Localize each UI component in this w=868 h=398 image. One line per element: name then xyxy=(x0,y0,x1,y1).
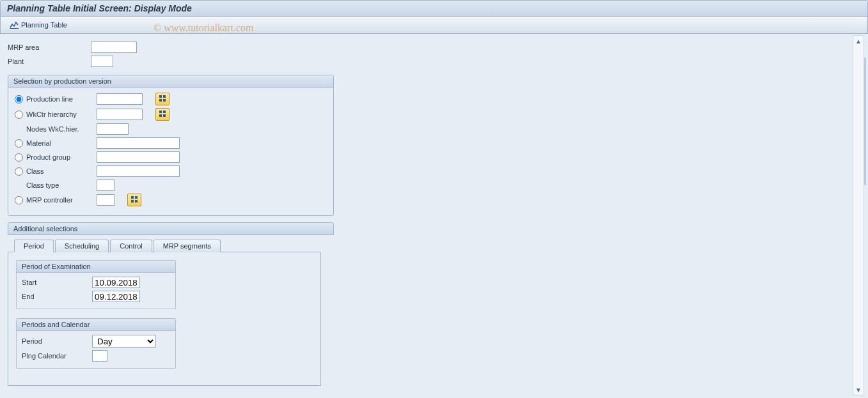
plant-label: Plant xyxy=(8,57,91,65)
class-type-label: Class type xyxy=(26,181,97,189)
mrp-controller-label: MRP controller xyxy=(26,196,97,204)
periods-calendar-title: Periods and Calendar xyxy=(17,319,175,331)
class-label: Class xyxy=(26,167,97,175)
svg-rect-3 xyxy=(159,99,162,102)
svg-rect-12 xyxy=(135,200,138,203)
wkctr-hierarchy-label: WkCtr hierarchy xyxy=(26,111,97,118)
multi-select-icon xyxy=(130,195,138,204)
nodes-wkchier-input[interactable] xyxy=(97,123,129,135)
svg-rect-7 xyxy=(159,114,162,117)
class-row: Class xyxy=(15,165,327,177)
material-radio[interactable] xyxy=(15,139,23,148)
svg-rect-1 xyxy=(159,95,162,98)
material-row: Material xyxy=(15,137,327,149)
production-line-radio[interactable] xyxy=(15,95,23,103)
svg-rect-8 xyxy=(163,114,166,117)
mini-scrollbar[interactable] xyxy=(864,48,866,385)
svg-rect-6 xyxy=(163,111,166,113)
wkctr-hierarchy-input[interactable] xyxy=(97,109,143,120)
mrp-controller-radio[interactable] xyxy=(15,196,23,204)
svg-rect-0 xyxy=(10,28,19,29)
svg-rect-2 xyxy=(163,95,166,98)
product-group-radio[interactable] xyxy=(15,153,23,162)
class-input[interactable] xyxy=(97,165,180,177)
mrp-controller-multi-select-button[interactable] xyxy=(127,194,141,206)
nodes-wkchier-label: Nodes WkC.hier. xyxy=(26,125,97,133)
plng-calendar-input[interactable] xyxy=(92,350,107,362)
start-label: Start xyxy=(22,279,92,286)
selection-group-title: Selection by production version xyxy=(8,75,333,88)
selection-production-version-group: Selection by production version Producti… xyxy=(8,75,334,216)
planning-table-label: Planning Table xyxy=(21,21,67,29)
class-radio[interactable] xyxy=(15,167,23,176)
production-line-multi-select-button[interactable] xyxy=(155,93,170,105)
wkctr-hierarchy-row: WkCtr hierarchy xyxy=(15,108,327,121)
tab-mrp-segments[interactable]: MRP segments xyxy=(154,240,221,252)
end-date-input[interactable] xyxy=(92,291,140,302)
tab-scheduling[interactable]: Scheduling xyxy=(55,240,109,252)
start-date-input[interactable] xyxy=(92,277,140,288)
application-toolbar: Planning Table xyxy=(0,17,868,34)
period-row: Period Day xyxy=(22,335,170,348)
nodes-wkchier-row: Nodes WkC.hier. xyxy=(15,123,327,135)
material-input[interactable] xyxy=(97,137,180,149)
svg-rect-10 xyxy=(135,196,138,199)
plng-calendar-label: Plng Calendar xyxy=(22,352,92,360)
page-title: Planning Table Initial Screen: Display M… xyxy=(7,3,192,13)
plant-input[interactable] xyxy=(91,56,113,67)
mrp-controller-row: MRP controller xyxy=(15,194,327,206)
wkctr-hierarchy-radio[interactable] xyxy=(15,111,23,119)
additional-selections-header: Additional selections xyxy=(8,222,334,235)
svg-rect-5 xyxy=(159,111,162,113)
scroll-up-icon[interactable]: ▲ xyxy=(853,36,864,46)
product-group-row: Product group xyxy=(15,151,327,163)
period-examination-box: Period of Examination Start End xyxy=(16,260,176,309)
mrp-area-input[interactable] xyxy=(91,42,137,53)
mini-scroll-handle[interactable] xyxy=(864,57,866,185)
multi-select-icon xyxy=(159,110,166,119)
material-label: Material xyxy=(26,139,97,147)
end-row: End xyxy=(22,291,170,302)
scroll-down-icon[interactable]: ▼ xyxy=(853,385,864,395)
planning-table-icon xyxy=(10,20,19,29)
period-label: Period xyxy=(22,337,92,345)
svg-rect-11 xyxy=(131,200,134,203)
additional-selections-tabstrip: Period Scheduling Control MRP segments xyxy=(8,239,321,252)
tab-period[interactable]: Period xyxy=(14,240,54,252)
end-label: End xyxy=(22,293,92,300)
mrp-area-row: MRP area xyxy=(8,42,842,53)
svg-rect-4 xyxy=(163,99,166,102)
plant-row: Plant xyxy=(8,56,842,67)
multi-select-icon xyxy=(159,95,166,103)
planning-table-button[interactable]: Planning Table xyxy=(6,19,71,31)
start-row: Start xyxy=(22,277,170,288)
production-line-label: Production line xyxy=(26,95,97,103)
period-examination-title: Period of Examination xyxy=(17,261,175,273)
main-content-area: MRP area Plant Selection by production v… xyxy=(0,35,850,398)
product-group-input[interactable] xyxy=(97,151,180,163)
periods-calendar-box: Periods and Calendar Period Day Plng Cal… xyxy=(16,318,176,369)
wkctr-hierarchy-multi-select-button[interactable] xyxy=(155,108,170,121)
mrp-controller-input[interactable] xyxy=(97,194,114,206)
class-type-input[interactable] xyxy=(97,180,114,191)
svg-rect-9 xyxy=(131,196,134,199)
production-line-row: Production line xyxy=(15,93,327,105)
mrp-area-label: MRP area xyxy=(8,43,91,51)
production-line-input[interactable] xyxy=(97,93,143,105)
class-type-row: Class type xyxy=(15,180,327,191)
tab-pane-period: Period of Examination Start End Periods … xyxy=(8,252,321,386)
product-group-label: Product group xyxy=(26,153,97,161)
vertical-scrollbar[interactable]: ▲ ▼ xyxy=(853,35,864,395)
tab-control[interactable]: Control xyxy=(110,240,152,252)
period-select[interactable]: Day xyxy=(92,335,156,348)
window-title-bar: Planning Table Initial Screen: Display M… xyxy=(0,0,868,17)
plng-calendar-row: Plng Calendar xyxy=(22,350,170,362)
